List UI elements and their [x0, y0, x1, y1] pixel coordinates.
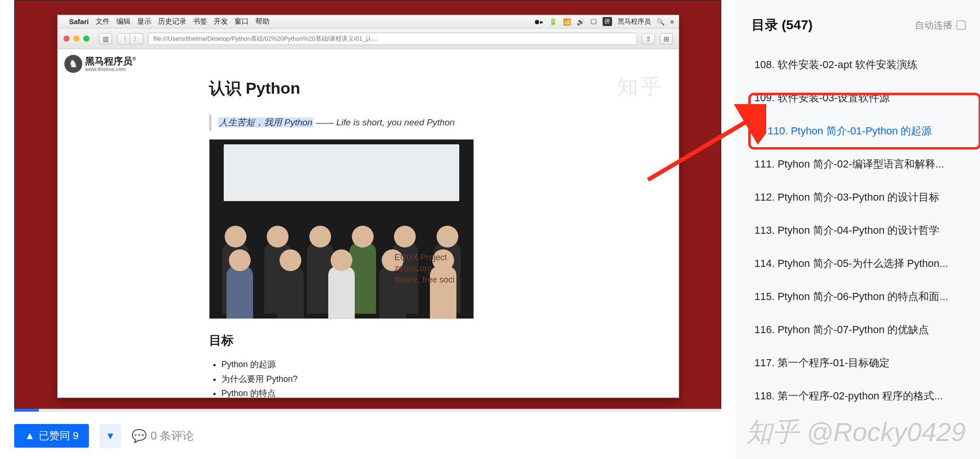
playlist-item[interactable]: 111. Ptyhon 简介-02-编译型语言和解释... — [752, 148, 966, 181]
article-subheading: 目标 — [209, 332, 540, 349]
brand-logo: ♞ 黑马程序员® www.itheima.com — [64, 55, 136, 73]
nav-forward-button[interactable]: 〉 — [130, 33, 143, 44]
sidebar-toggle-button[interactable]: ▥ — [99, 33, 112, 44]
window-traffic-lights[interactable] — [63, 35, 89, 42]
upvote-button[interactable]: ▲ 已赞同 9 — [14, 424, 89, 448]
address-bar-url: file:///Users/itheima/Desktop/Python基础/0… — [153, 35, 377, 43]
article-quote: 人生苦短，我用 Python —— Life is short, you nee… — [209, 115, 540, 131]
quote-highlight: 人生苦短，我用 Python — [218, 117, 313, 127]
playlist-item[interactable]: 114. Ptyhon 简介-05-为什么选择 Python... — [752, 247, 966, 280]
article: 认识 Python 人生苦短，我用 Python —— Life is shor… — [209, 78, 540, 397]
comments-label: 0 条评论 — [150, 428, 194, 443]
menu-edit[interactable]: 编辑 — [116, 17, 131, 26]
playlist-item[interactable]: 115. Ptyhon 简介-06-Python 的特点和面... — [752, 280, 966, 313]
status-menu-icon[interactable]: ≡ — [670, 18, 674, 26]
safari-window: Safari 文件 编辑 显示 历史记录 书签 开发 窗口 帮助 ⏺︎▸ 🔋 📶… — [57, 15, 679, 398]
page-content: ♞ 黑马程序员® www.itheima.com 知乎 认识 Python 人生… — [58, 49, 679, 397]
horse-logo-icon: ♞ — [64, 55, 82, 73]
status-search-icon[interactable]: 🔍 — [656, 18, 665, 26]
address-bar[interactable]: file:///Users/itheima/Desktop/Python基础/0… — [148, 33, 637, 45]
status-volume-icon: 🔊 — [577, 18, 585, 26]
triangle-down-icon: ▼ — [105, 431, 115, 441]
menu-develop[interactable]: 开发 — [214, 17, 228, 26]
status-user-name[interactable]: 黑马程序员 — [618, 18, 651, 26]
downvote-button[interactable]: ▼ — [99, 424, 121, 448]
watermark-zhihu: 知乎 — [617, 73, 665, 101]
video-frame: Safari 文件 编辑 显示 历史记录 书签 开发 窗口 帮助 ⏺︎▸ 🔋 📶… — [14, 0, 721, 412]
share-button[interactable]: ⇪ — [642, 33, 655, 44]
menu-help[interactable]: 帮助 — [255, 17, 270, 26]
status-ime-badge[interactable]: 拼 — [603, 17, 612, 26]
mac-menu-bar: Safari 文件 编辑 显示 历史记录 书签 开发 窗口 帮助 ⏺︎▸ 🔋 📶… — [58, 15, 679, 28]
quote-rest: —— Life is short, you need Python — [313, 117, 455, 127]
bullet-item: Python 的特点 — [221, 386, 540, 397]
playlist: 108. 软件安装-02-apt 软件安装演练 109. 软件安装-03-设置软… — [752, 48, 966, 413]
article-title: 认识 Python — [209, 78, 540, 99]
checkbox-icon[interactable] — [956, 20, 966, 30]
status-wifi-icon: 📶 — [563, 18, 571, 26]
playlist-item[interactable]: 116. Ptyhon 简介-07-Python 的优缺点 — [752, 313, 966, 346]
group-photo: EUUX Project zeuux.org ftware, free soci — [209, 139, 474, 319]
zoom-icon[interactable] — [83, 35, 89, 42]
tabs-button[interactable]: ⊞ — [660, 33, 673, 44]
photo-caption: EUUX Project zeuux.org ftware, free soci — [394, 252, 455, 285]
menu-history[interactable]: 历史记录 — [158, 17, 186, 26]
nav-back-button[interactable]: 〈 — [117, 33, 130, 44]
video-progress-bar[interactable] — [14, 409, 721, 412]
status-record-icon: ⏺︎▸ — [534, 18, 543, 26]
menu-bookmarks[interactable]: 书签 — [193, 17, 207, 26]
playlist-item[interactable]: 112. Ptyhon 简介-03-Python 的设计目标 — [752, 181, 966, 214]
playlist-item[interactable]: 118. 第一个程序-02-python 程序的格式... — [752, 380, 966, 413]
menu-window[interactable]: 窗口 — [235, 17, 249, 26]
menu-app-name[interactable]: Safari — [69, 18, 89, 26]
playlist-title: 目录 (547) — [752, 16, 813, 34]
video-progress-fill — [14, 409, 39, 412]
autoplay-label: 自动连播 — [915, 19, 953, 32]
bullet-item: 为什么要用 Python? — [221, 372, 540, 387]
upvote-label: 已赞同 9 — [39, 429, 79, 443]
now-playing-icon — [754, 127, 763, 136]
brand-url: www.itheima.com — [85, 66, 136, 72]
close-icon[interactable] — [63, 35, 70, 42]
menu-file[interactable]: 文件 — [96, 17, 110, 26]
bullet-item: Python 的起源 — [221, 357, 540, 372]
status-display-icon: 🖵 — [590, 18, 597, 26]
brand-name: 黑马程序员® — [85, 56, 136, 66]
comment-icon: 💬 — [131, 429, 147, 443]
autoplay-toggle[interactable]: 自动连播 — [915, 19, 966, 32]
safari-toolbar: ▥ 〈 〉 file:///Users/itheima/Desktop/Pyth… — [58, 28, 679, 49]
playlist-sidebar: 目录 (547) 自动连播 108. 软件安装-02-apt 软件安装演练 10… — [735, 0, 980, 459]
status-battery-icon: 🔋 — [549, 18, 557, 26]
minimize-icon[interactable] — [73, 35, 79, 42]
playlist-item[interactable]: 113. Ptyhon 简介-04-Python 的设计哲学 — [752, 214, 966, 247]
action-bar: ▲ 已赞同 9 ▼ 💬 0 条评论 — [14, 424, 721, 448]
comments-link[interactable]: 💬 0 条评论 — [131, 428, 194, 443]
article-bullets: Python 的起源 为什么要用 Python? Python 的特点 Pyth… — [209, 357, 540, 397]
triangle-up-icon: ▲ — [25, 430, 35, 442]
video-column: Safari 文件 编辑 显示 历史记录 书签 开发 窗口 帮助 ⏺︎▸ 🔋 📶… — [0, 0, 735, 459]
menu-view[interactable]: 显示 — [137, 17, 151, 26]
playlist-item-active[interactable]: 110. Ptyhon 简介-01-Python 的起源 — [752, 115, 966, 148]
playlist-item[interactable]: 108. 软件安装-02-apt 软件安装演练 — [752, 48, 966, 81]
playlist-item[interactable]: 109. 软件安装-03-设置软件源 — [752, 81, 966, 115]
playlist-item[interactable]: 117. 第一个程序-01-目标确定 — [752, 346, 966, 380]
